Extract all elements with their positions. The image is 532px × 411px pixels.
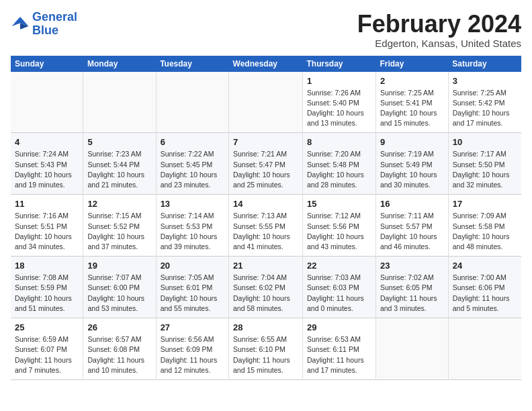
day-detail: Sunrise: 6:53 AM Sunset: 6:11 PM Dayligh… [307, 334, 371, 375]
calendar-cell: 1Sunrise: 7:26 AM Sunset: 5:40 PM Daylig… [303, 72, 376, 133]
day-number: 27 [161, 322, 224, 332]
day-number: 11 [15, 199, 79, 209]
day-detail: Sunrise: 7:21 AM Sunset: 5:47 PM Dayligh… [233, 149, 298, 190]
day-number: 17 [453, 199, 517, 209]
day-number: 20 [161, 261, 224, 271]
day-number: 1 [307, 76, 371, 86]
calendar-cell: 25Sunrise: 6:59 AM Sunset: 6:07 PM Dayli… [11, 318, 83, 380]
day-detail: Sunrise: 7:25 AM Sunset: 5:41 PM Dayligh… [380, 88, 444, 129]
weekday-header: Friday [375, 56, 448, 72]
day-detail: Sunrise: 7:03 AM Sunset: 6:03 PM Dayligh… [307, 273, 371, 314]
day-number: 12 [87, 199, 151, 209]
day-number: 15 [307, 199, 371, 209]
day-detail: Sunrise: 7:23 AM Sunset: 5:44 PM Dayligh… [87, 149, 151, 190]
calendar-cell: 5Sunrise: 7:23 AM Sunset: 5:44 PM Daylig… [83, 133, 156, 195]
day-number: 5 [87, 137, 151, 147]
day-detail: Sunrise: 7:26 AM Sunset: 5:40 PM Dayligh… [307, 88, 371, 129]
day-detail: Sunrise: 7:24 AM Sunset: 5:43 PM Dayligh… [15, 149, 79, 190]
day-number: 21 [233, 261, 298, 271]
day-number: 8 [307, 137, 371, 147]
day-number: 23 [380, 261, 444, 271]
day-number: 14 [233, 199, 298, 209]
day-detail: Sunrise: 7:07 AM Sunset: 6:00 PM Dayligh… [87, 273, 151, 314]
calendar-cell: 15Sunrise: 7:12 AM Sunset: 5:56 PM Dayli… [303, 195, 376, 257]
calendar-cell: 17Sunrise: 7:09 AM Sunset: 5:58 PM Dayli… [448, 195, 521, 257]
day-number: 24 [453, 261, 517, 271]
calendar-cell [229, 72, 303, 133]
day-number: 18 [15, 261, 79, 271]
day-detail: Sunrise: 7:19 AM Sunset: 5:49 PM Dayligh… [380, 149, 444, 190]
calendar-cell: 22Sunrise: 7:03 AM Sunset: 6:03 PM Dayli… [303, 257, 376, 318]
calendar-cell [448, 318, 521, 380]
calendar-cell: 21Sunrise: 7:04 AM Sunset: 6:02 PM Dayli… [229, 257, 303, 318]
day-detail: Sunrise: 7:14 AM Sunset: 5:53 PM Dayligh… [161, 211, 224, 252]
calendar-cell: 8Sunrise: 7:20 AM Sunset: 5:48 PM Daylig… [303, 133, 376, 195]
calendar-cell [375, 318, 448, 380]
day-number: 3 [453, 76, 517, 86]
day-number: 28 [233, 322, 298, 332]
day-detail: Sunrise: 7:16 AM Sunset: 5:51 PM Dayligh… [15, 211, 79, 252]
day-detail: Sunrise: 7:04 AM Sunset: 6:02 PM Dayligh… [233, 273, 298, 314]
calendar-cell: 19Sunrise: 7:07 AM Sunset: 6:00 PM Dayli… [83, 257, 156, 318]
calendar-cell: 9Sunrise: 7:19 AM Sunset: 5:49 PM Daylig… [375, 133, 448, 195]
day-detail: Sunrise: 7:22 AM Sunset: 5:45 PM Dayligh… [161, 149, 224, 190]
calendar-cell [11, 72, 83, 133]
day-number: 26 [87, 322, 151, 332]
calendar-cell: 2Sunrise: 7:25 AM Sunset: 5:41 PM Daylig… [375, 72, 448, 133]
day-detail: Sunrise: 7:25 AM Sunset: 5:42 PM Dayligh… [453, 88, 517, 129]
calendar-cell: 14Sunrise: 7:13 AM Sunset: 5:55 PM Dayli… [229, 195, 303, 257]
day-number: 6 [161, 137, 224, 147]
day-number: 9 [380, 137, 444, 147]
calendar-table: SundayMondayTuesdayWednesdayThursdayFrid… [11, 56, 521, 380]
calendar-cell: 23Sunrise: 7:02 AM Sunset: 6:05 PM Dayli… [375, 257, 448, 318]
day-detail: Sunrise: 7:00 AM Sunset: 6:06 PM Dayligh… [453, 273, 517, 314]
weekday-header: Monday [83, 56, 156, 72]
day-number: 7 [233, 137, 298, 147]
weekday-header: Wednesday [229, 56, 303, 72]
day-detail: Sunrise: 7:09 AM Sunset: 5:58 PM Dayligh… [453, 211, 517, 252]
day-detail: Sunrise: 6:57 AM Sunset: 6:08 PM Dayligh… [87, 334, 151, 375]
calendar-cell: 10Sunrise: 7:17 AM Sunset: 5:50 PM Dayli… [448, 133, 521, 195]
day-number: 22 [307, 261, 371, 271]
calendar-cell: 4Sunrise: 7:24 AM Sunset: 5:43 PM Daylig… [11, 133, 83, 195]
page-title: February 2024 [357, 11, 521, 38]
day-detail: Sunrise: 6:55 AM Sunset: 6:10 PM Dayligh… [233, 334, 298, 375]
calendar-cell: 11Sunrise: 7:16 AM Sunset: 5:51 PM Dayli… [11, 195, 83, 257]
calendar-cell: 13Sunrise: 7:14 AM Sunset: 5:53 PM Dayli… [156, 195, 228, 257]
calendar-cell [156, 72, 228, 133]
weekday-header: Tuesday [156, 56, 228, 72]
calendar-cell: 28Sunrise: 6:55 AM Sunset: 6:10 PM Dayli… [229, 318, 303, 380]
day-detail: Sunrise: 6:56 AM Sunset: 6:09 PM Dayligh… [161, 334, 224, 375]
weekday-header: Saturday [448, 56, 521, 72]
day-number: 4 [15, 137, 79, 147]
day-detail: Sunrise: 7:05 AM Sunset: 6:01 PM Dayligh… [161, 273, 224, 314]
calendar-cell: 26Sunrise: 6:57 AM Sunset: 6:08 PM Dayli… [83, 318, 156, 380]
calendar-cell: 20Sunrise: 7:05 AM Sunset: 6:01 PM Dayli… [156, 257, 228, 318]
weekday-header: Thursday [303, 56, 376, 72]
calendar-cell: 29Sunrise: 6:53 AM Sunset: 6:11 PM Dayli… [303, 318, 376, 380]
calendar-cell [83, 72, 156, 133]
calendar-cell: 24Sunrise: 7:00 AM Sunset: 6:06 PM Dayli… [448, 257, 521, 318]
day-number: 2 [380, 76, 444, 86]
day-detail: Sunrise: 7:02 AM Sunset: 6:05 PM Dayligh… [380, 273, 444, 314]
day-detail: Sunrise: 7:15 AM Sunset: 5:52 PM Dayligh… [87, 211, 151, 252]
day-detail: Sunrise: 7:08 AM Sunset: 5:59 PM Dayligh… [15, 273, 79, 314]
title-area: February 2024 Edgerton, Kansas, United S… [357, 11, 521, 49]
day-detail: Sunrise: 7:17 AM Sunset: 5:50 PM Dayligh… [453, 149, 517, 190]
day-number: 19 [87, 261, 151, 271]
calendar-cell: 6Sunrise: 7:22 AM Sunset: 5:45 PM Daylig… [156, 133, 228, 195]
page-subtitle: Edgerton, Kansas, United States [357, 38, 521, 49]
logo-bird-icon [11, 15, 30, 34]
logo-text: General Blue [32, 11, 77, 38]
day-detail: Sunrise: 7:12 AM Sunset: 5:56 PM Dayligh… [307, 211, 371, 252]
day-number: 13 [161, 199, 224, 209]
day-number: 29 [307, 322, 371, 332]
day-detail: Sunrise: 6:59 AM Sunset: 6:07 PM Dayligh… [15, 334, 79, 375]
calendar-cell: 16Sunrise: 7:11 AM Sunset: 5:57 PM Dayli… [375, 195, 448, 257]
day-detail: Sunrise: 7:11 AM Sunset: 5:57 PM Dayligh… [380, 211, 444, 252]
calendar-cell: 7Sunrise: 7:21 AM Sunset: 5:47 PM Daylig… [229, 133, 303, 195]
day-number: 25 [15, 322, 79, 332]
logo: General Blue [11, 11, 77, 38]
day-detail: Sunrise: 7:13 AM Sunset: 5:55 PM Dayligh… [233, 211, 298, 252]
calendar-cell: 3Sunrise: 7:25 AM Sunset: 5:42 PM Daylig… [448, 72, 521, 133]
